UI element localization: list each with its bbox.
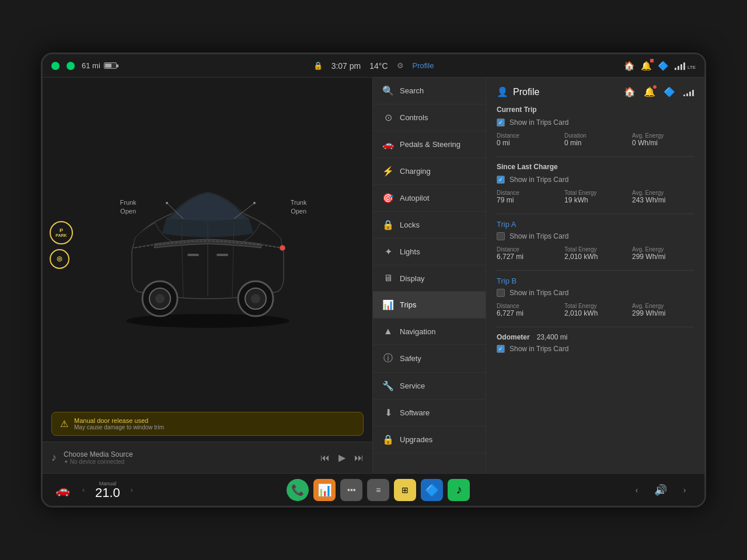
steering-icon: ⚙ [397, 61, 404, 70]
odometer-row: Odometer 23,400 mi [497, 333, 694, 341]
nav-navigation[interactable]: ▲ Navigation [373, 318, 486, 345]
trip-b-stats: Distance 6,727 mi Total Energy 2,010 kWh… [497, 303, 694, 317]
park-badge: P PARK [50, 221, 73, 244]
profile-btn[interactable]: Profile [413, 61, 434, 70]
nav-lights[interactable]: ✦ Lights [373, 239, 486, 265]
current-trip-stats: Distance 0 mi Duration 0 min Avg. Energy… [497, 132, 694, 147]
svg-point-9 [251, 294, 260, 303]
nav-search[interactable]: 🔍 Search [373, 78, 486, 104]
current-trip-show-label: Show in Trips Card [509, 118, 568, 127]
nav-safety[interactable]: ⓘ Safety [373, 345, 486, 373]
trip-a-checkbox[interactable] [497, 232, 505, 240]
lte-label: LTE [687, 65, 696, 70]
nav-lights-label: Lights [400, 247, 420, 256]
divider-3 [497, 270, 694, 271]
nav-software[interactable]: ⬇ Software [373, 400, 486, 426]
trip-a-stats: Distance 6,727 mi Total Energy 2,010 kWh… [497, 246, 694, 261]
odometer-checkbox[interactable]: ✓ [497, 345, 505, 353]
svg-point-0 [126, 314, 289, 328]
nav-search-label: Search [400, 86, 424, 95]
trip-b-title[interactable]: Trip B [497, 276, 694, 285]
nav-upgrades[interactable]: 🔒 Upgrades [373, 426, 486, 453]
taskbar-prev-icon[interactable]: ‹ [624, 478, 650, 502]
since-charge-checkbox[interactable]: ✓ [497, 176, 505, 184]
odometer-label: Odometer [497, 333, 530, 341]
trips-title-row: 👤 Profile [497, 86, 539, 97]
odometer-show-label: Show in Trips Card [509, 345, 568, 353]
play-button[interactable]: ▶ [338, 452, 345, 463]
main-content: P PARK ◎ [43, 78, 704, 473]
home-header-icon[interactable]: 🏠 [624, 86, 636, 97]
home-icon: 🏠 [624, 61, 635, 71]
nav-locks-label: Locks [400, 220, 420, 229]
odometer-value: 23,400 mi [537, 333, 568, 341]
lights-icon: ✦ [382, 246, 394, 257]
bluetooth-icon: 🔷 [658, 61, 669, 71]
nav-charging-label: Charging [400, 167, 431, 176]
nav-display[interactable]: 🖥 Display [373, 265, 486, 292]
since-total-energy: Total Energy 19 kWh [564, 190, 626, 204]
signal-bar-4 [683, 62, 685, 70]
trips-icon: 📊 [382, 299, 394, 310]
taskbar-menu-app[interactable]: ≡ [367, 479, 389, 501]
music-icon: ♪ [51, 452, 57, 464]
trip-a-section: Trip A Show in Trips Card Distance 6,727… [497, 220, 694, 261]
prev-button[interactable]: ⏮ [320, 453, 330, 463]
nav-controls[interactable]: ⊙ Controls [373, 104, 486, 131]
nav-pedals[interactable]: 🚗 Pedals & Steering [373, 131, 486, 158]
taskbar-bt-app[interactable]: 🔷 [421, 479, 443, 501]
nav-trips[interactable]: 📊 Trips [373, 292, 486, 318]
safety-icon: ⓘ [382, 352, 394, 365]
divider-4 [497, 327, 694, 327]
bt-header-icon[interactable]: 🔷 [664, 86, 675, 97]
trip-b-total-energy: Total Energy 2,010 kWh [564, 303, 626, 317]
bell-header-icon[interactable]: 🔔 [644, 86, 655, 97]
trip-a-title[interactable]: Trip A [497, 220, 694, 229]
trip-a-avg-energy: Avg. Energy 299 Wh/mi [632, 246, 694, 261]
current-trip-checkbox[interactable]: ✓ [497, 118, 505, 127]
charging-icon: ⚡ [382, 166, 394, 177]
car-illustration [97, 152, 319, 338]
media-controls[interactable]: ⏮ ▶ ⏭ [320, 452, 364, 463]
taskbar-spotify-app[interactable]: ♪ [448, 479, 470, 501]
taskbar-dots-app[interactable]: ••• [340, 479, 362, 501]
upgrades-icon: 🔒 [382, 434, 394, 445]
taskbar-energy-app[interactable]: 📊 [313, 479, 336, 501]
since-distance: Distance 79 mi [497, 190, 558, 204]
divider-1 [497, 156, 694, 157]
trip-b-checkbox[interactable] [497, 289, 505, 297]
nav-service[interactable]: 🔧 Service [373, 373, 486, 400]
warning-text: Manual door release used May cause damag… [74, 417, 164, 430]
battery-level: 61 mi [82, 61, 100, 70]
battery-info: 61 mi [82, 61, 117, 70]
nav-locks[interactable]: 🔒 Locks [373, 212, 486, 239]
header-icons: 🏠 🔔 🔷 [624, 86, 694, 97]
current-trip-show-row: ✓ Show in Trips Card [497, 118, 694, 127]
current-duration: Duration 0 min [564, 132, 626, 147]
next-button[interactable]: ⏭ [354, 453, 364, 463]
car-panel: P PARK ◎ [43, 78, 372, 473]
service-icon: 🔧 [382, 380, 394, 391]
taskbar-next-icon[interactable]: › [672, 478, 697, 502]
trip-a-show-row: Show in Trips Card [497, 232, 694, 240]
speed-display: Manual 21.0 [89, 481, 126, 499]
taskbar: 🚗 ‹ Manual 21.0 › 📞 📊 ••• ≡ ⊞ 🔷 ♪ ‹ 🔊 › [43, 473, 704, 506]
frunk-label: Frunk Open [120, 198, 137, 216]
svg-point-6 [155, 294, 165, 303]
nav-autopilot[interactable]: 🎯 Autopilot [373, 185, 486, 212]
trip-b-distance: Distance 6,727 mi [497, 303, 558, 317]
software-icon: ⬇ [382, 407, 394, 418]
nav-safety-label: Safety [400, 354, 421, 363]
trip-b-show-row: Show in Trips Card [497, 289, 694, 297]
taskbar-phone-app[interactable]: 📞 [287, 479, 309, 501]
taskbar-car-icon[interactable]: 🚗 [50, 478, 75, 502]
bell-icon: 🔔 [641, 61, 652, 71]
battery-fill [105, 64, 111, 68]
signal-header-bars [683, 88, 694, 96]
nav-pedals-label: Pedals & Steering [400, 140, 460, 149]
svg-point-12 [280, 245, 285, 251]
volume-icon: 🔊 [654, 484, 667, 496]
nav-charging[interactable]: ⚡ Charging [373, 158, 486, 185]
battery-icon [104, 62, 117, 69]
taskbar-multi-app[interactable]: ⊞ [394, 479, 416, 501]
